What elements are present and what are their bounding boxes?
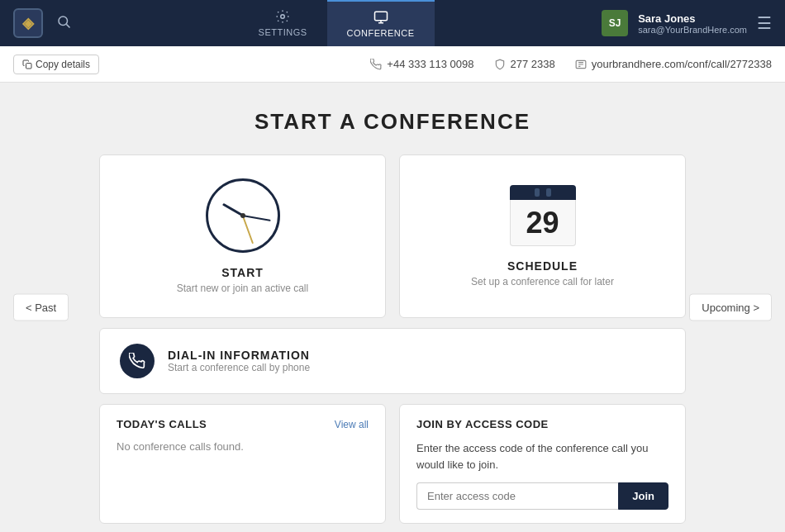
join-button[interactable]: Join bbox=[618, 482, 668, 510]
access-code-row: Join bbox=[416, 482, 668, 510]
dial-in-card[interactable]: DIAL-IN INFORMATION Start a conference c… bbox=[99, 328, 686, 394]
cal-ring-left bbox=[535, 188, 540, 197]
user-name: Sara Jones bbox=[638, 12, 747, 25]
conference-url: yourbrandhere.com/conf/call/2772338 bbox=[592, 58, 772, 70]
menu-button[interactable]: ☰ bbox=[757, 13, 772, 33]
logo[interactable]: ◈ bbox=[13, 8, 43, 38]
header: ◈ SETTINGS CONFERENCE SJ bbox=[0, 0, 785, 46]
svg-point-2 bbox=[281, 15, 285, 19]
url-item: yourbrandhere.com/conf/call/2772338 bbox=[575, 58, 772, 70]
bottom-cards: TODAY'S CALLS View all No conference cal… bbox=[99, 404, 686, 524]
avatar: SJ bbox=[602, 10, 628, 36]
search-button[interactable] bbox=[56, 14, 71, 33]
svg-point-0 bbox=[59, 17, 68, 26]
svg-rect-6 bbox=[26, 63, 32, 69]
access-code-item: 277 2338 bbox=[494, 58, 555, 70]
clock-second-hand bbox=[242, 216, 254, 244]
user-email: sara@YourBrandHere.com bbox=[638, 25, 747, 35]
phone-icon bbox=[120, 344, 155, 378]
todays-calls-title: TODAY'S CALLS bbox=[117, 418, 207, 430]
svg-line-1 bbox=[66, 24, 69, 27]
phone-item: +44 333 113 0098 bbox=[370, 58, 473, 70]
conference-label: CONFERENCE bbox=[347, 28, 415, 38]
main-content: < Past Upcoming > START A CONFERENCE STA… bbox=[0, 83, 785, 532]
settings-label: SETTINGS bbox=[259, 27, 307, 37]
todays-calls-header: TODAY'S CALLS View all bbox=[117, 418, 369, 430]
schedule-card[interactable]: 29 SCHEDULE Set up a conference call for… bbox=[399, 154, 686, 318]
sub-header: Copy details +44 333 113 0098 277 2338 y… bbox=[0, 46, 785, 83]
calendar-icon: 29 bbox=[510, 185, 576, 246]
nav-settings[interactable]: SETTINGS bbox=[239, 0, 327, 46]
start-card-title: START bbox=[221, 266, 264, 279]
copy-details-button[interactable]: Copy details bbox=[13, 55, 99, 74]
header-right: SJ Sara Jones sara@YourBrandHere.com ☰ bbox=[602, 10, 772, 36]
header-left: ◈ bbox=[13, 8, 71, 38]
join-by-code-card: JOIN BY ACCESS CODE Enter the access cod… bbox=[399, 404, 686, 524]
dial-subtitle: Start a conference call by phone bbox=[168, 362, 310, 373]
start-card-subtitle: Start new or join an active call bbox=[177, 283, 308, 294]
access-code-input[interactable] bbox=[416, 482, 618, 510]
dial-info: DIAL-IN INFORMATION Start a conference c… bbox=[168, 349, 310, 373]
phone-number: +44 333 113 0098 bbox=[387, 58, 473, 70]
clock-minute-hand bbox=[242, 215, 270, 221]
clock-icon bbox=[206, 178, 280, 253]
user-info: Sara Jones sara@YourBrandHere.com bbox=[638, 12, 747, 35]
dial-title: DIAL-IN INFORMATION bbox=[168, 349, 310, 362]
past-button[interactable]: < Past bbox=[13, 294, 69, 321]
upcoming-button[interactable]: Upcoming > bbox=[689, 294, 772, 321]
join-card-title: JOIN BY ACCESS CODE bbox=[416, 418, 549, 430]
start-card[interactable]: START Start new or join an active call bbox=[99, 154, 386, 318]
calendar-date: 29 bbox=[526, 206, 559, 240]
nav-conference[interactable]: CONFERENCE bbox=[327, 0, 435, 46]
main-cards: START Start new or join an active call 2… bbox=[0, 154, 785, 318]
clock-center bbox=[240, 213, 245, 218]
schedule-card-subtitle: Set up a conference call for later bbox=[471, 276, 614, 287]
svg-rect-3 bbox=[374, 12, 387, 21]
join-description: Enter the access code of the conference … bbox=[416, 440, 668, 473]
todays-calls-card: TODAY'S CALLS View all No conference cal… bbox=[99, 404, 386, 524]
join-card-header: JOIN BY ACCESS CODE bbox=[416, 418, 668, 430]
main-nav: SETTINGS CONFERENCE bbox=[239, 0, 435, 46]
view-all-link[interactable]: View all bbox=[335, 419, 369, 430]
schedule-card-title: SCHEDULE bbox=[507, 259, 578, 273]
no-calls-message: No conference calls found. bbox=[117, 440, 369, 453]
page-title: START A CONFERENCE bbox=[0, 83, 785, 154]
contact-info: +44 333 113 0098 277 2338 yourbrandhere.… bbox=[370, 58, 772, 70]
access-code-display: 277 2338 bbox=[511, 58, 555, 70]
cal-ring-right bbox=[546, 188, 551, 197]
